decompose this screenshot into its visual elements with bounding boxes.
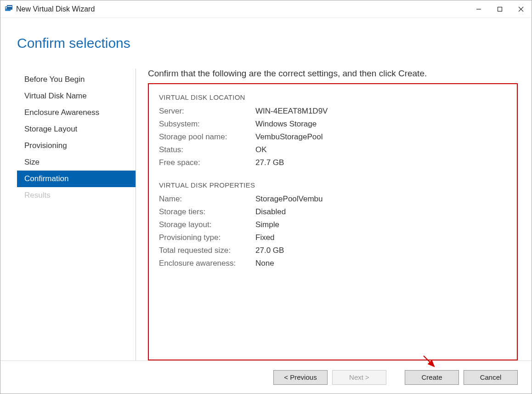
row-total-requested-size: Total requested size: 27.0 GB <box>159 244 507 257</box>
wizard-window: New Virtual Disk Wizard Confirm selectio… <box>0 0 532 394</box>
sidebar-item-enclosure-awareness[interactable]: Enclosure Awareness <box>17 104 136 121</box>
row-enclosure-awareness: Enclosure awareness: None <box>159 257 507 270</box>
window-title: New Virtual Disk Wizard <box>16 5 468 13</box>
value-enclosure-awareness: None <box>255 259 274 268</box>
label-total-requested-size: Total requested size: <box>159 246 255 255</box>
previous-button[interactable]: < Previous <box>273 370 328 385</box>
sidebar-item-before-you-begin[interactable]: Before You Begin <box>17 71 136 88</box>
minimize-button[interactable] <box>468 1 489 17</box>
sidebar-item-confirmation[interactable]: Confirmation <box>17 171 136 187</box>
value-total-requested-size: 27.0 GB <box>255 246 284 255</box>
content-area: Confirm selections Before You Begin Virt… <box>0 18 532 360</box>
label-status: Status: <box>159 145 255 154</box>
row-storage-pool-name: Storage pool name: VembuStoragePool <box>159 131 507 143</box>
value-status: OK <box>255 145 267 154</box>
row-storage-tiers: Storage tiers: Disabled <box>159 206 507 218</box>
value-server: WIN-4EEAT8M1D9V <box>255 107 328 116</box>
row-free-space: Free space: 27.7 GB <box>159 156 507 169</box>
label-free-space: Free space: <box>159 158 255 167</box>
label-subsystem: Subsystem: <box>159 120 255 129</box>
section-header-properties: VIRTUAL DISK PROPERTIES <box>159 181 507 189</box>
row-provisioning-type: Provisioning type: Fixed <box>159 231 507 244</box>
value-storage-pool-name: VembuStoragePool <box>255 132 323 142</box>
confirmation-panel: VIRTUAL DISK LOCATION Server: WIN-4EEAT8… <box>148 83 518 360</box>
body-row: Before You Begin Virtual Disk Name Enclo… <box>17 69 518 360</box>
svg-rect-2 <box>7 5 12 10</box>
page-title: Confirm selections <box>17 35 518 51</box>
footer: < Previous Next > Create Cancel <box>0 360 532 394</box>
label-server: Server: <box>159 107 255 116</box>
maximize-button[interactable] <box>489 1 510 17</box>
main-panel: Confirm that the following are the corre… <box>136 69 518 360</box>
next-button: Next > <box>332 370 386 385</box>
value-storage-tiers: Disabled <box>255 207 286 217</box>
value-free-space: 27.7 GB <box>255 158 284 167</box>
label-enclosure-awareness: Enclosure awareness: <box>159 259 255 268</box>
label-storage-tiers: Storage tiers: <box>159 207 255 217</box>
value-name: StoragePoolVembu <box>255 194 323 204</box>
instruction-text: Confirm that the following are the corre… <box>148 69 518 79</box>
create-button[interactable]: Create <box>405 370 459 385</box>
value-storage-layout: Simple <box>255 220 279 229</box>
value-subsystem: Windows Storage <box>255 120 317 129</box>
sidebar-item-virtual-disk-name[interactable]: Virtual Disk Name <box>17 88 136 104</box>
cancel-button[interactable]: Cancel <box>464 370 518 385</box>
sidebar-item-size[interactable]: Size <box>17 154 136 171</box>
wizard-steps-sidebar: Before You Begin Virtual Disk Name Enclo… <box>17 69 136 360</box>
titlebar: New Virtual Disk Wizard <box>0 0 532 18</box>
sidebar-item-results: Results <box>17 187 136 204</box>
label-name: Name: <box>159 194 255 204</box>
label-storage-pool-name: Storage pool name: <box>159 132 255 142</box>
sidebar-item-provisioning[interactable]: Provisioning <box>17 137 136 154</box>
row-status: Status: OK <box>159 143 507 156</box>
row-storage-layout: Storage layout: Simple <box>159 218 507 231</box>
row-subsystem: Subsystem: Windows Storage <box>159 118 507 131</box>
app-icon <box>4 5 12 13</box>
value-provisioning-type: Fixed <box>255 233 275 242</box>
close-button[interactable] <box>510 1 532 17</box>
label-storage-layout: Storage layout: <box>159 220 255 229</box>
svg-rect-3 <box>7 6 12 7</box>
section-header-location: VIRTUAL DISK LOCATION <box>159 93 507 101</box>
sidebar-item-storage-layout[interactable]: Storage Layout <box>17 121 136 137</box>
row-server: Server: WIN-4EEAT8M1D9V <box>159 105 507 118</box>
label-provisioning-type: Provisioning type: <box>159 233 255 242</box>
row-name: Name: StoragePoolVembu <box>159 193 507 206</box>
svg-rect-5 <box>498 7 502 11</box>
